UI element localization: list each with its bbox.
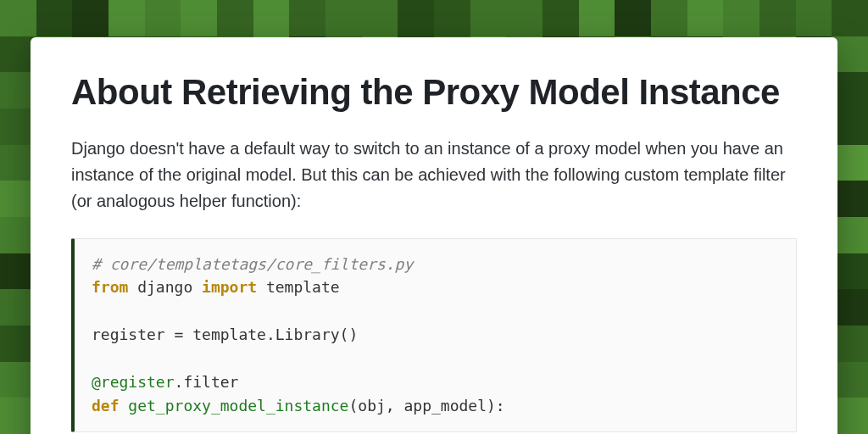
- code-keyword-def: def: [92, 397, 120, 415]
- code-decorator: @register: [92, 373, 175, 391]
- code-comment: # core/templatetags/core_filters.py: [92, 255, 413, 273]
- article-lead: Django doesn't have a default way to swi…: [71, 136, 797, 214]
- code-func-sig: (obj, app_model):: [348, 397, 504, 415]
- code-keyword-import: import: [202, 278, 257, 296]
- code-space: [120, 397, 129, 415]
- code-module: django: [128, 278, 202, 296]
- code-func-name: get_proxy_model_instance: [128, 397, 348, 415]
- article-card: About Retrieving the Proxy Model Instanc…: [31, 37, 837, 434]
- article-title: About Retrieving the Proxy Model Instanc…: [71, 71, 797, 114]
- code-keyword-from: from: [92, 278, 128, 296]
- code-block: # core/templatetags/core_filters.py from…: [71, 238, 797, 432]
- code-import-name: template: [257, 278, 340, 296]
- code-decorator-rest: .filter: [175, 373, 239, 391]
- code-line-register: register = template.Library(): [92, 326, 358, 343]
